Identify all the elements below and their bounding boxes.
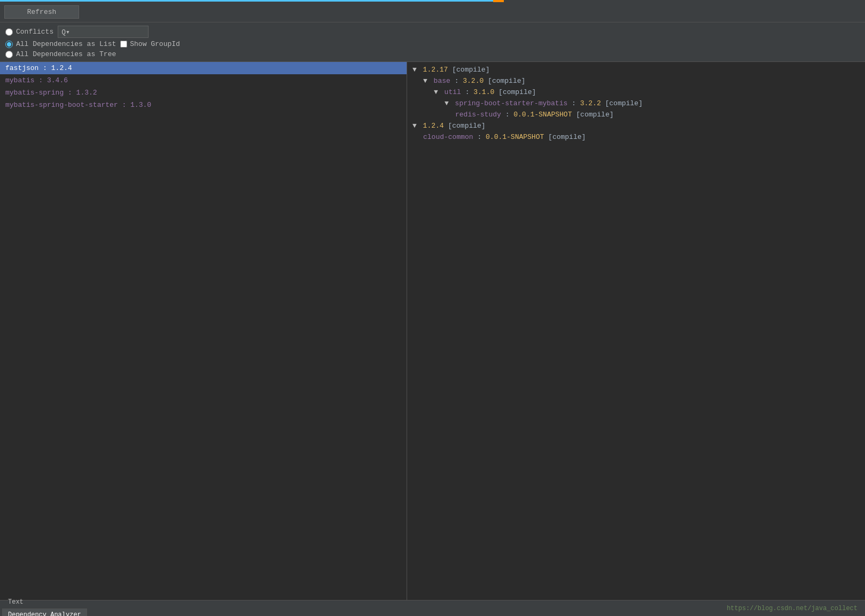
- tree-dep-name: util: [445, 88, 461, 96]
- tree-arrow-icon: ▼: [412, 122, 421, 130]
- tree-item[interactable]: ▼ 1.2.17 [compile]: [407, 64, 865, 75]
- tree-item[interactable]: cloud-common : 0.0.1-SNAPSHOT [compile]: [407, 131, 865, 143]
- all-deps-list-radio[interactable]: [5, 41, 13, 48]
- tree-dep-name: spring-boot-starter-mybatis: [455, 99, 568, 107]
- tab-dependency-analyzer[interactable]: Dependency Analyzer: [2, 609, 87, 617]
- show-group-id-option[interactable]: Show GroupId: [120, 40, 180, 48]
- tree-dep-name: cloud-common: [423, 133, 473, 141]
- tree-arrow-icon: ▼: [423, 77, 432, 85]
- show-group-id-label: Show GroupId: [130, 40, 180, 48]
- all-deps-tree-row: All Dependencies as Tree: [5, 50, 860, 58]
- tree-dep-name: redis-study: [455, 111, 501, 119]
- tree-colon: :: [572, 99, 580, 107]
- tree-item[interactable]: redis-study : 0.0.1-SNAPSHOT [compile]: [407, 109, 865, 120]
- progress-bar-area: [0, 0, 865, 2]
- tree-item[interactable]: ▼ spring-boot-starter-mybatis : 3.2.2 [c…: [407, 98, 865, 109]
- conflicts-option[interactable]: Conflicts: [5, 28, 53, 36]
- list-item[interactable]: mybatis : 3.4.6: [0, 74, 407, 87]
- bottom-tabs: TextDependency Analyzer https://blog.csd…: [0, 600, 865, 616]
- all-deps-tree-option[interactable]: All Dependencies as Tree: [5, 50, 116, 58]
- tree-dep-version: 3.2.2: [580, 99, 601, 107]
- tree-scope: [compile]: [548, 133, 586, 141]
- all-deps-list-option[interactable]: All Dependencies as List: [5, 40, 116, 48]
- all-deps-list-row: All Dependencies as List Show GroupId: [5, 40, 860, 48]
- tree-scope: [compile]: [448, 122, 485, 130]
- toolbar: Refresh: [0, 2, 865, 22]
- all-deps-tree-label: All Dependencies as Tree: [16, 50, 116, 58]
- tree-scope: [compile]: [498, 88, 536, 96]
- tree-dep-version: 3.2.0: [463, 77, 484, 85]
- list-item[interactable]: mybatis-spring-boot-starter : 1.3.0: [0, 99, 407, 111]
- tree-colon: :: [477, 133, 486, 141]
- tree-item[interactable]: ▼ util : 3.1.0 [compile]: [407, 87, 865, 98]
- tree-version: 1.2.4: [423, 122, 444, 130]
- search-container: [58, 26, 149, 38]
- tree-version: 1.2.17: [423, 66, 448, 74]
- left-panel: fastjson : 1.2.4mybatis : 3.4.6mybatis-s…: [0, 62, 407, 600]
- all-deps-list-label: All Dependencies as List: [16, 40, 116, 48]
- tab-text[interactable]: Text: [2, 596, 87, 609]
- tree-scope: [compile]: [452, 66, 489, 74]
- tree-item[interactable]: ▼ 1.2.4 [compile]: [407, 120, 865, 131]
- tabs-container: TextDependency Analyzer: [2, 596, 88, 617]
- tree-colon: :: [465, 88, 474, 96]
- all-deps-tree-radio[interactable]: [5, 51, 13, 58]
- tree-scope: [compile]: [576, 111, 613, 119]
- tree-colon: :: [455, 77, 463, 85]
- tree-arrow-icon: ▼: [445, 99, 453, 107]
- tree-dep-version: 3.1.0: [473, 88, 494, 96]
- tree-colon: :: [505, 111, 514, 119]
- tree-arrow-icon: ▼: [412, 66, 421, 74]
- tree-dep-version: 0.0.1-SNAPSHOT: [486, 133, 544, 141]
- progress-bar: [0, 0, 493, 2]
- main-content: fastjson : 1.2.4mybatis : 3.4.6mybatis-s…: [0, 62, 865, 600]
- tree-arrow-icon: ▼: [434, 88, 442, 96]
- conflicts-label: Conflicts: [16, 28, 53, 36]
- bottom-url: https://blog.csdn.net/java_collect: [727, 605, 863, 612]
- conflicts-radio[interactable]: [5, 28, 13, 36]
- refresh-button[interactable]: Refresh: [4, 5, 79, 19]
- list-item[interactable]: fastjson : 1.2.4: [0, 62, 407, 74]
- tree-item[interactable]: ▼ base : 3.2.0 [compile]: [407, 75, 865, 87]
- show-group-id-checkbox[interactable]: [120, 41, 127, 48]
- options-area: Conflicts All Dependencies as List Show …: [0, 22, 865, 62]
- search-input[interactable]: [58, 26, 149, 38]
- tree-dep-name: base: [434, 77, 450, 85]
- tree-scope: [compile]: [488, 77, 525, 85]
- list-item[interactable]: mybatis-spring : 1.3.2: [0, 87, 407, 99]
- tree-scope: [compile]: [605, 99, 643, 107]
- progress-marker: [493, 0, 504, 2]
- tree-dep-version: 0.0.1-SNAPSHOT: [513, 111, 572, 119]
- right-panel: ▼ 1.2.17 [compile]▼ base : 3.2.0 [compil…: [407, 62, 865, 600]
- conflicts-row: Conflicts: [5, 26, 860, 38]
